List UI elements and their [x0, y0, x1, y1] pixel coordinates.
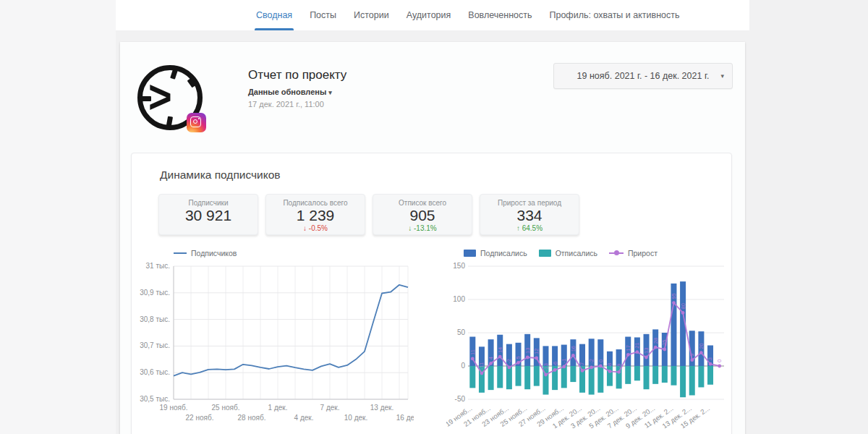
clock-tick: [142, 96, 151, 101]
instagram-camera-outline: [190, 116, 201, 127]
svg-text:-9: -9: [616, 364, 622, 369]
tab-label: Профиль: охваты и активность: [549, 10, 679, 20]
stat-card-unsubscribed-total: Отписок всего 905 ↓ -13.1%: [373, 194, 472, 235]
svg-text:21: 21: [634, 342, 640, 348]
date-range-value: 19 нояб. 2021 г. - 16 дек. 2021 г.: [577, 71, 710, 81]
stat-card-period-growth: Прирост за период 334 ↑ 64.5%: [480, 194, 579, 235]
legend-line-marker: [174, 252, 187, 254]
data-updated-dropdown[interactable]: Данные обновлены▾: [248, 88, 332, 96]
svg-text:4 дек.: 4 дек.: [294, 414, 314, 422]
top-tab-bar: Сводная Посты Истории Аудитория Вовлечен…: [116, 0, 749, 30]
tab-label: Посты: [310, 10, 336, 20]
page-title: Отчет по проекту: [248, 68, 346, 82]
legend-item-unsubscribed[interactable]: Отписались: [539, 249, 597, 258]
legend-label: Отписались: [556, 249, 597, 258]
svg-text:95: 95: [671, 293, 677, 299]
svg-text:31 тыс.: 31 тыс.: [146, 262, 170, 270]
svg-text:-11: -11: [479, 362, 485, 370]
svg-text:13: 13: [643, 348, 650, 354]
line-chart-legend: Подписчиков: [174, 247, 414, 258]
svg-text:-50: -50: [455, 395, 466, 403]
svg-text:30,9 тыс.: 30,9 тыс.: [140, 289, 170, 297]
svg-text:13 дек.: 13 дек.: [370, 404, 393, 412]
legend-label: Прирост: [628, 249, 658, 258]
svg-text:20: 20: [698, 343, 705, 349]
svg-text:-8: -8: [607, 363, 613, 368]
svg-text:17: 17: [625, 345, 631, 351]
svg-text:25 нояб.: 25 нояб.: [212, 404, 240, 412]
svg-text:25: 25: [661, 340, 668, 346]
svg-text:16 дек.: 16 дек.: [396, 414, 414, 422]
legend-item-growth[interactable]: Прирост: [609, 249, 658, 258]
legend-dot: [614, 250, 619, 255]
stat-delta: ↑ 64.5%: [516, 224, 542, 232]
stat-label: Подписчики: [188, 199, 228, 207]
svg-text:30,8 тыс.: 30,8 тыс.: [140, 315, 170, 323]
svg-text:19 нояб.: 19 нояб.: [160, 404, 188, 412]
svg-text:-13: -13: [542, 363, 549, 371]
date-range-selector[interactable]: 19 нояб. 2021 г. - 16 дек. 2021 г. ▾: [553, 63, 733, 89]
legend-linedot-marker: [609, 252, 624, 254]
stat-label: Прирост за период: [498, 199, 561, 207]
svg-text:30,7 тыс.: 30,7 тыс.: [140, 341, 170, 349]
svg-text:50: 50: [457, 328, 466, 336]
followers-line-chart-svg[interactable]: 31 тыс.30,9 тыс.30,8 тыс.30,7 тыс.30,6 т…: [137, 260, 414, 425]
svg-text:5: 5: [515, 356, 522, 359]
svg-text:11: 11: [469, 349, 476, 355]
svg-text:-2: -2: [588, 359, 595, 364]
followers-line-chart: Подписчиков 31 тыс.30,9 тыс.30,8 тыс.30,…: [137, 247, 414, 428]
chevron-down-icon: ▾: [328, 89, 332, 96]
svg-text:-2: -2: [506, 359, 512, 364]
tab-label: Сводная: [256, 10, 292, 20]
svg-text:0: 0: [461, 362, 465, 370]
svg-text:-6: -6: [552, 362, 558, 367]
svg-text:0: 0: [716, 359, 723, 362]
svg-text:13: 13: [524, 348, 531, 354]
instagram-lens: [193, 119, 197, 124]
svg-text:28: 28: [652, 338, 659, 344]
svg-text:9: 9: [689, 354, 695, 357]
svg-text:3: 3: [707, 357, 714, 360]
tab-audience[interactable]: Аудитория: [398, 0, 460, 30]
stat-value: 334: [516, 207, 542, 224]
legend-square-marker: [539, 250, 551, 257]
stat-card-followers: Подписчики 30 921: [158, 194, 258, 235]
svg-text:16: 16: [570, 346, 576, 352]
project-avatar: >: [137, 65, 203, 130]
svg-text:10 дек.: 10 дек.: [344, 414, 367, 422]
stat-value: 905: [409, 207, 435, 224]
legend-item-followers[interactable]: Подписчиков: [174, 249, 237, 258]
stat-label: Подписалось всего: [283, 199, 347, 207]
legend-label: Подписались: [480, 249, 527, 258]
subscribe-combo-chart: Подписались Отписались Прирост 150100500…: [446, 247, 730, 434]
data-updated-label: Данные обновлены: [248, 88, 326, 96]
svg-text:-1: -1: [561, 358, 567, 363]
stat-label: Отписок всего: [399, 199, 446, 207]
stat-delta: ↓ -13.1%: [408, 224, 436, 232]
svg-text:12: 12: [533, 349, 540, 354]
subscribe-combo-chart-svg[interactable]: 150100500-5011-11414-251312-13-6-116-7-2…: [446, 260, 730, 434]
tab-stories[interactable]: Истории: [345, 0, 398, 30]
legend-label: Подписчиков: [191, 249, 237, 258]
stat-card-subscribed-total: Подписалось всего 1 239 ↓ -0.5%: [265, 194, 365, 235]
tab-summary[interactable]: Сводная: [247, 0, 301, 30]
stat-delta: ↓ -0.5%: [303, 224, 328, 232]
tab-label: Вовлеченность: [468, 10, 532, 20]
svg-text:7 дек.: 7 дек.: [320, 404, 340, 412]
svg-text:22 нояб.: 22 нояб.: [186, 414, 214, 422]
tab-posts[interactable]: Посты: [301, 0, 345, 30]
svg-text:28 нояб.: 28 нояб.: [238, 414, 266, 422]
legend-item-subscribed[interactable]: Подписались: [464, 249, 527, 258]
svg-text:4: 4: [488, 357, 494, 359]
tab-profile-reach[interactable]: Профиль: охваты и активность: [540, 0, 688, 30]
svg-text:30,6 тыс.: 30,6 тыс.: [140, 368, 170, 376]
stat-value: 1 239: [297, 207, 335, 224]
section-title: Динамика подписчиков: [160, 169, 281, 182]
instagram-flash-dot: [198, 118, 200, 119]
data-updated-timestamp: 17 дек. 2021 г., 11:00: [248, 100, 324, 109]
svg-text:80: 80: [680, 303, 686, 309]
combo-chart-legend: Подписались Отписались Прирост: [464, 247, 730, 258]
tab-engagement[interactable]: Вовлеченность: [459, 0, 540, 30]
chevron-down-icon: ▾: [720, 72, 724, 80]
svg-text:150: 150: [453, 262, 465, 270]
